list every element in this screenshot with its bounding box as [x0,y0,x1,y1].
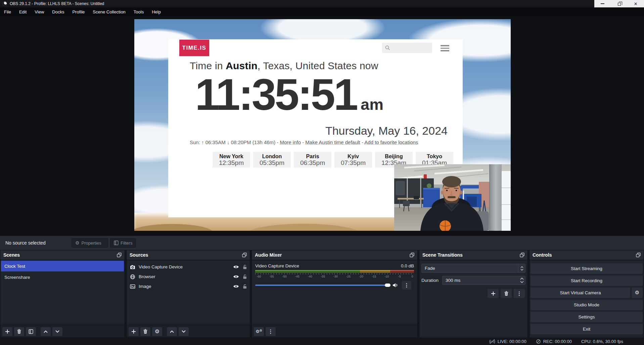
sources-panel-header: Sources [127,250,250,260]
source-properties-button[interactable]: ⚙ [152,327,162,336]
add-scene-button[interactable] [2,327,12,336]
world-clock-paris: Paris06:35pm [294,152,331,168]
menu-help[interactable]: Help [148,7,165,16]
popout-icon[interactable] [117,253,122,257]
lock-open-icon[interactable] [242,284,247,289]
scene-transitions-panel: Scene Transitions Fade Duration 300 ms [419,250,528,338]
close-button[interactable]: ✕ [628,0,644,7]
start-recording-button[interactable]: Start Recording [531,275,643,286]
scenes-panel: Scenes Clock Test Screenshare [0,250,125,338]
sources-toolbar: ⚙ [127,325,250,338]
remove-transition-button[interactable] [501,289,512,298]
menu-file[interactable]: File [0,7,15,16]
studio-mode-button[interactable]: Studio Mode [531,300,643,310]
popout-icon[interactable] [410,253,414,257]
popout-icon[interactable] [242,253,247,257]
restore-icon [618,3,621,6]
timeis-sun-info: Sun: ↑ 06:35AM ↓ 08:20PM (13h 46m) - Mor… [190,139,418,145]
menu-docks[interactable]: Docks [48,7,68,16]
menu-edit[interactable]: Edit [15,7,31,16]
transition-select[interactable]: Fade [421,264,525,273]
filters-icon [114,241,119,245]
settings-button[interactable]: Settings [531,312,643,322]
live-status: LIVE: 00:00:00 [489,339,526,344]
visibility-eye-icon[interactable] [233,284,239,289]
controls-header: Controls [530,250,644,260]
world-clock-london: London05:35pm [253,152,291,168]
no-source-status: No source selected [5,236,46,250]
visibility-eye-icon[interactable] [233,265,239,269]
mixer-channel-menu-button[interactable]: ⋮ [402,281,411,290]
obs-logo-icon [2,1,7,6]
popout-icon[interactable] [520,253,524,257]
mixer-menu-button[interactable]: ⋮ [266,327,276,336]
sources-panel: Sources Video Capture Device Browser [126,250,250,338]
volume-slider[interactable] [255,285,389,286]
move-scene-down-button[interactable] [52,327,62,336]
restore-button[interactable] [611,0,627,7]
move-source-up-button[interactable] [167,327,177,336]
mixer-level-value: 0.0 dB [401,263,414,268]
lock-open-icon[interactable] [242,274,247,279]
start-streaming-button[interactable]: Start Streaming [531,263,643,274]
menu-scene-collection[interactable]: Scene Collection [89,7,130,16]
speaker-icon[interactable] [393,283,399,288]
duration-label: Duration [421,278,440,283]
record-inactive-icon [536,339,541,344]
popout-icon[interactable] [636,253,641,257]
mixer-channel: Video Capture Device 0.0 dB -60-55-50-45… [252,260,417,290]
webcam-overlay [394,164,511,231]
exit-button[interactable]: Exit [531,324,643,334]
filters-button[interactable]: Filters [110,238,136,248]
cpu-fps-status: CPU: 0.6%, 30.00 fps [581,339,623,344]
timeis-meridiem: am [361,95,383,113]
source-item-video-capture[interactable]: Video Capture Device [127,262,250,272]
volume-slider-handle[interactable] [385,284,390,287]
scene-item-clock-test[interactable]: Clock Test [1,261,124,271]
menu-bar: File Edit View Docks Profile Scene Colle… [0,7,644,16]
menu-tools[interactable]: Tools [130,7,148,16]
menu-profile[interactable]: Profile [68,7,89,16]
transition-select-spinner[interactable] [518,264,525,272]
transition-menu-button[interactable]: ⋮ [514,289,525,298]
audio-mixer-panel: Audio Mixer Video Capture Device 0.0 dB … [251,250,418,338]
caption-buttons: ✕ [594,0,644,7]
gear-icon: ⚙ [75,241,80,245]
scene-item-screenshare[interactable]: Screenshare [1,272,124,283]
source-item-browser[interactable]: Browser [127,272,250,282]
add-transition-button[interactable] [488,289,499,298]
hamburger-menu-icon [441,45,449,53]
lock-open-icon[interactable] [242,264,247,269]
timeis-search-box [382,43,432,53]
virtual-camera-settings-button[interactable]: ⚙ [632,288,643,298]
timeis-date: Thursday, May 16, 2024 [325,124,448,137]
source-item-image[interactable]: Image [127,282,250,291]
timeis-logo: TIME.IS [179,40,209,56]
add-source-button[interactable] [129,327,139,336]
world-clock-kyiv: Kyiv07:35pm [334,152,372,168]
make-default-link: Make Austin time default [305,139,360,145]
gear-icon: ⚙ [155,329,159,334]
window-title: OBS 29.1.2 - Profile: LLHLS BETA - Scene… [10,1,104,6]
rec-status: REC: 00:00:00 [536,339,572,344]
meter-tick-labels: -60-55-50-45-40-35-30-25-20-15-10-50 [255,275,416,278]
remove-scene-button[interactable] [14,327,24,336]
timeis-clock: 11:35:51am [195,72,383,118]
properties-button[interactable]: ⚙ Properties [72,238,108,248]
volume-meter [255,270,414,273]
advanced-audio-button[interactable]: ⚙⚙ [254,327,264,336]
source-context-toolbar: No source selected ⚙ Properties Filters [0,236,644,250]
mixer-toolbar: ⚙⚙ ⋮ [252,325,417,338]
menu-view[interactable]: View [31,7,48,16]
visibility-eye-icon[interactable] [233,274,239,279]
remove-source-button[interactable] [140,327,150,336]
globe-icon [130,274,135,279]
program-preview[interactable]: TIME.IS Time in Austin, Texas, United St… [134,19,511,231]
minimize-button[interactable] [594,0,611,7]
move-scene-up-button[interactable] [41,327,51,336]
scene-filters-button[interactable] [26,327,36,336]
move-source-down-button[interactable] [179,327,189,336]
duration-spinner[interactable] [518,277,525,283]
start-virtual-camera-button[interactable]: Start Virtual Camera [531,288,630,298]
duration-spinbox[interactable]: 300 ms [442,276,525,285]
